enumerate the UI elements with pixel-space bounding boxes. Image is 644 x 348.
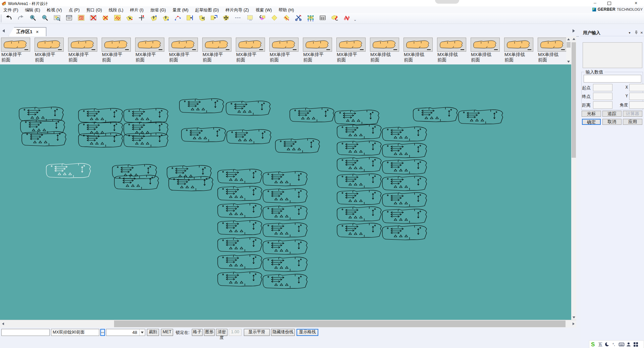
toolbar-piece-grab-button[interactable] [198, 14, 206, 23]
toolbar-zigzag-red-button[interactable] [342, 14, 351, 23]
menu-item-v[interactable]: 检视 (V) [44, 6, 65, 13]
scrollbar-thumb[interactable] [114, 320, 566, 327]
toolbar-zoom-in-button[interactable] [29, 14, 37, 23]
pattern-piece[interactable] [180, 127, 227, 143]
tab-close-icon[interactable]: ✕ [36, 30, 39, 34]
pattern-piece[interactable] [261, 222, 308, 239]
menu-item-w[interactable]: 视窗 (W) [252, 6, 275, 13]
pattern-piece[interactable] [261, 273, 308, 290]
menu-item-z[interactable]: 样片向导 (Z) [222, 6, 252, 13]
pattern-piece[interactable] [412, 106, 459, 123]
toolbar-grip[interactable] [1, 15, 2, 22]
menu-item-m[interactable]: 量度 (M) [169, 6, 192, 13]
menu-item-l[interactable]: 线段 (L) [105, 6, 127, 13]
person-icon[interactable] [625, 341, 632, 348]
thumbnail-preview[interactable] [102, 38, 131, 52]
toolbar-delete-piece-button[interactable] [101, 14, 110, 23]
keyboard-icon[interactable] [618, 341, 625, 348]
pattern-piece[interactable] [113, 174, 160, 191]
grid4-icon[interactable] [632, 341, 639, 348]
thumbnail-preview[interactable] [336, 38, 366, 52]
density-button[interactable]: 清密度 [216, 329, 227, 336]
wubi-icon[interactable]: 五 [597, 341, 603, 348]
pattern-piece[interactable] [381, 159, 428, 176]
toolbar-table-grid-button[interactable] [318, 14, 327, 23]
pattern-piece[interactable] [216, 185, 263, 202]
menu-item-p[interactable]: 点 (P) [65, 6, 83, 13]
panel-close-icon[interactable]: ✕ [639, 30, 644, 35]
thumbnail-preview[interactable] [504, 38, 533, 52]
thumbnail-preview[interactable] [370, 38, 399, 52]
toolbar-rotate-piece-button[interactable] [258, 14, 267, 23]
toolbar-curve-points-button[interactable] [173, 14, 182, 23]
toolbar-diamond-stripe-button[interactable] [282, 14, 291, 23]
start-value-field[interactable] [593, 84, 612, 91]
pattern-piece[interactable] [216, 237, 263, 253]
thumbnail-preview[interactable] [35, 38, 64, 52]
toolbar-select-handles-button[interactable] [306, 14, 315, 23]
piece-name-field[interactable] [51, 329, 99, 336]
thumbnail-preview[interactable] [202, 38, 231, 52]
unit-met-button[interactable]: MET [161, 329, 173, 336]
sogou-s-icon[interactable]: S [590, 341, 596, 348]
scroll-up-icon[interactable] [571, 36, 576, 41]
pattern-piece[interactable] [381, 142, 428, 159]
pattern-piece[interactable] [457, 109, 504, 126]
toolbar-piece-to-frame-button[interactable] [210, 14, 218, 23]
status-input-1[interactable] [1, 329, 50, 336]
pattern-piece[interactable] [261, 170, 308, 187]
scroll-up-icon[interactable] [566, 37, 571, 41]
pattern-piece[interactable] [216, 271, 263, 288]
menu-item-o[interactable]: 剪口 (O) [83, 6, 105, 13]
work-canvas[interactable] [0, 64, 571, 320]
selected-pattern-piece[interactable] [45, 162, 92, 179]
canvas-vertical-scrollbar[interactable] [571, 36, 576, 320]
thumbnail-preview[interactable] [303, 38, 332, 52]
toolbar-zoom-out-button[interactable] [41, 14, 49, 23]
pattern-piece[interactable] [77, 132, 124, 149]
x-value-field[interactable] [629, 84, 644, 91]
toolbar-squiggle-piece-button[interactable] [330, 14, 339, 23]
scrollbar-thumb[interactable] [567, 42, 571, 48]
minimize-button[interactable]: ─ [588, 0, 602, 6]
thumbnail-preview[interactable] [236, 38, 265, 52]
size-dropdown[interactable]: 48 [106, 329, 145, 336]
menu-item-e[interactable]: 编辑 (E) [21, 6, 43, 13]
pattern-piece[interactable] [216, 254, 263, 270]
thumbnail-preview[interactable] [471, 38, 500, 52]
pattern-piece[interactable] [216, 168, 263, 185]
pattern-piece[interactable] [178, 98, 225, 114]
pattern-piece[interactable] [20, 131, 67, 147]
thumbnail-preview[interactable] [437, 38, 466, 52]
canvas-horizontal-scrollbar[interactable] [0, 320, 576, 328]
ok-button[interactable]: 确定 [582, 119, 601, 125]
tab-scroll-left-button[interactable] [1, 28, 6, 34]
toolbar-scissors-button[interactable] [294, 14, 303, 23]
pattern-piece[interactable] [335, 222, 382, 239]
toolbar-piece-arrow-button[interactable] [125, 14, 134, 23]
menu-item-g[interactable]: 放缩 (G) [147, 6, 169, 13]
chevron-down-icon[interactable] [139, 329, 145, 336]
show-gridline-button[interactable]: 显示格线 [297, 329, 318, 336]
toolbar-piece-up-dot-button[interactable] [149, 14, 158, 23]
thumbnail-preview[interactable] [68, 38, 97, 52]
scroll-down-icon[interactable] [571, 315, 576, 320]
menu-item-f[interactable]: 文件 (F) [0, 6, 21, 13]
scroll-left-icon[interactable] [0, 320, 6, 328]
menu-item-i[interactable]: 样片 (I) [127, 6, 147, 13]
pattern-piece[interactable] [288, 107, 335, 123]
thumbnail-preview[interactable] [404, 38, 433, 52]
menu-item-h[interactable]: 帮助 (H) [275, 6, 298, 13]
dots-icon[interactable]: °, [611, 341, 618, 348]
pattern-piece[interactable] [335, 140, 382, 157]
y-value-field[interactable] [629, 93, 644, 100]
tab-scroll-right-button[interactable] [571, 28, 576, 34]
distance-value-field[interactable] [593, 101, 612, 109]
snap-graphic-button[interactable]: 图形 [204, 329, 215, 336]
toolbar-hatch-red-button[interactable] [77, 14, 86, 23]
pattern-piece[interactable] [225, 129, 272, 145]
hide-seam-button[interactable]: 隐藏缝份线 [271, 329, 295, 336]
pattern-piece[interactable] [216, 202, 263, 219]
cut-button[interactable]: 裁割 [147, 329, 159, 336]
toolbar-red-slashes-button[interactable] [113, 14, 122, 23]
